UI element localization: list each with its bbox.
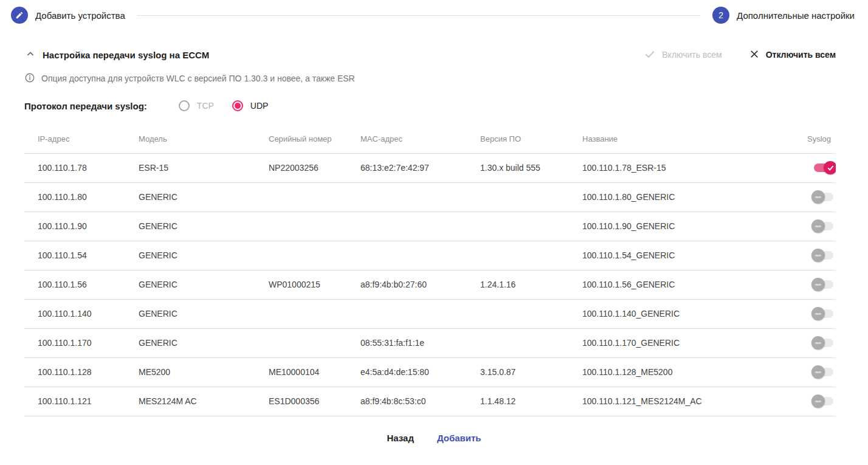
close-icon: [749, 49, 760, 61]
disable-all-button[interactable]: Отключить всем: [749, 49, 836, 61]
cell-name: 100.110.1.140_GENERIC: [582, 299, 766, 328]
toggle-thumb: [811, 278, 825, 291]
radio-circle-icon: [179, 100, 190, 111]
info-icon: [24, 72, 35, 85]
cell-syslog: [766, 299, 836, 328]
cell-syslog: [766, 182, 836, 212]
cell-syslog: [766, 387, 836, 416]
syslog-toggle[interactable]: [813, 365, 835, 379]
radio-tcp[interactable]: TCP: [179, 100, 214, 111]
toggle-thumb: [811, 394, 825, 408]
syslog-toggle[interactable]: [813, 190, 835, 204]
table-row: 100.110.1.56 GENERIC WP01000215 a8:f9:4b…: [24, 270, 836, 299]
syslog-toggle[interactable]: [813, 219, 835, 233]
minus-icon: [815, 284, 821, 286]
cell-ip: 100.110.1.128: [24, 357, 139, 387]
enable-all-label: Включить всем: [662, 50, 722, 60]
col-mac: MAC-адрес: [360, 125, 480, 153]
additional-settings-panel: Настройка передачи syslog на ECCM Включи…: [0, 45, 868, 449]
col-serial: Серийный номер: [269, 125, 360, 153]
cell-name: 100.110.1.56_GENERIC: [582, 270, 766, 299]
cell-serial: [269, 182, 360, 212]
cell-ip: 100.110.1.78: [24, 153, 139, 182]
radio-circle-selected-icon: [232, 100, 243, 111]
cell-name: 100.110.1.170_GENERIC: [582, 328, 766, 357]
cell-version: 1.30.x build 555: [480, 153, 582, 182]
pencil-icon: [11, 7, 28, 24]
cell-serial: [269, 328, 360, 357]
stepper-connector: [137, 15, 700, 16]
protocol-label: Протокол передачи syslog:: [24, 101, 147, 111]
radio-udp-label: UDP: [250, 101, 269, 111]
step-2-number: 2: [712, 7, 729, 24]
cell-syslog: [766, 241, 836, 270]
minus-icon: [815, 401, 821, 402]
collapse-section-button[interactable]: [24, 49, 36, 61]
cell-mac: [360, 299, 480, 328]
cell-version: 1.24.1.16: [480, 270, 582, 299]
cell-name: 100.110.1.54_GENERIC: [582, 241, 766, 270]
syslog-toggle[interactable]: [813, 249, 835, 262]
minus-icon: [815, 313, 821, 315]
cell-serial: ES1D000356: [269, 387, 360, 416]
cell-model: GENERIC: [139, 241, 269, 270]
cell-mac: [360, 241, 480, 270]
minus-icon: [815, 226, 821, 227]
table-row: 100.110.1.54 GENERIC 100.110.1.54_GENERI…: [24, 241, 836, 270]
cell-serial: ME10000104: [269, 357, 360, 387]
syslog-toggle[interactable]: [813, 394, 835, 408]
step-1-label: Добавить устройства: [35, 10, 125, 21]
cell-name: 100.110.1.90_GENERIC: [582, 212, 766, 241]
cell-version: [480, 182, 582, 212]
add-devices-wizard: Добавить устройства 2 Дополнительные нас…: [0, 0, 868, 449]
cell-syslog: [766, 357, 836, 387]
syslog-toggle[interactable]: [813, 336, 835, 350]
cell-name: 100.110.1.128_ME5200: [582, 357, 766, 387]
cell-syslog: [766, 328, 836, 357]
disable-all-label: Отключить всем: [766, 50, 836, 60]
cell-name: 100.110.1.121_MES2124M_AC: [582, 387, 766, 416]
cell-mac: a8:f9:4b:8c:53:c0: [360, 387, 480, 416]
table-row: 100.110.1.80 GENERIC 100.110.1.80_GENERI…: [24, 182, 836, 212]
toggle-thumb: [811, 190, 825, 204]
table-header-row: IP-адрес Модель Серийный номер MAC-адрес…: [24, 125, 836, 153]
cell-model: GENERIC: [139, 212, 269, 241]
cell-ip: 100.110.1.121: [24, 387, 139, 416]
info-note: Опция доступна для устройств WLC с верси…: [24, 71, 836, 86]
col-name: Название: [582, 125, 766, 153]
syslog-toggle[interactable]: [813, 161, 835, 174]
cell-version: [480, 328, 582, 357]
cell-ip: 100.110.1.80: [24, 182, 139, 212]
back-button[interactable]: Назад: [379, 428, 421, 448]
cell-mac: 68:13:e2:7e:42:97: [360, 153, 480, 182]
step-1-add-devices[interactable]: Добавить устройства: [11, 7, 125, 24]
cell-ip: 100.110.1.170: [24, 328, 139, 357]
cell-version: 3.15.0.87: [480, 357, 582, 387]
check-icon: [827, 164, 835, 172]
cell-syslog: [766, 212, 836, 241]
cell-version: 1.1.48.12: [480, 387, 582, 416]
syslog-toggle[interactable]: [813, 307, 835, 320]
cell-serial: NP22003256: [269, 153, 360, 182]
radio-udp[interactable]: UDP: [232, 100, 269, 111]
add-button[interactable]: Добавить: [430, 428, 489, 448]
cell-mac: [360, 212, 480, 241]
cell-name: 100.110.1.80_GENERIC: [582, 182, 766, 212]
col-ip: IP-адрес: [24, 125, 139, 153]
stepper: Добавить устройства 2 Дополнительные нас…: [0, 0, 868, 30]
cell-syslog: [766, 270, 836, 299]
syslog-toggle[interactable]: [813, 278, 835, 291]
cell-mac: e4:5a:d4:de:15:80: [360, 357, 480, 387]
toggle-thumb: [811, 336, 825, 350]
cell-ip: 100.110.1.140: [24, 299, 139, 328]
toggle-thumb: [824, 161, 836, 174]
enable-all-button[interactable]: Включить всем: [644, 48, 722, 62]
cell-serial: WP01000215: [269, 270, 360, 299]
step-2-additional-settings[interactable]: 2 Дополнительные настройки: [712, 7, 855, 24]
chevron-up-icon: [25, 49, 36, 61]
syslog-section-header: Настройка передачи syslog на ECCM Включи…: [24, 45, 836, 64]
cell-version: [480, 212, 582, 241]
minus-icon: [815, 342, 821, 344]
table-row: 100.110.1.90 GENERIC 100.110.1.90_GENERI…: [24, 212, 836, 241]
cell-ip: 100.110.1.90: [24, 212, 139, 241]
